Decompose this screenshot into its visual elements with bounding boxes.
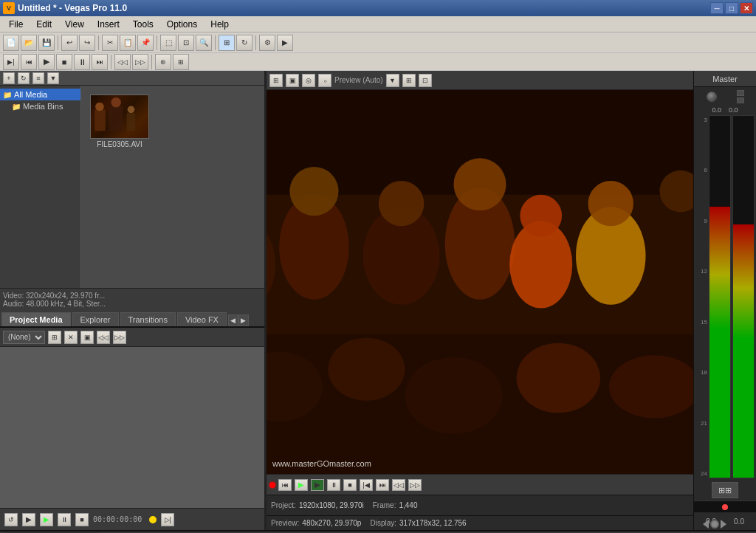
new-button[interactable]: 📄 [3, 35, 19, 51]
trim-button[interactable]: ⊡ [178, 35, 194, 51]
mixer-button[interactable]: ⊞⊞ [712, 482, 738, 498]
trim-ctrl-play[interactable]: ▶ [22, 513, 35, 526]
prev-scope[interactable]: ◎ [302, 74, 315, 87]
open-button[interactable]: 📂 [21, 35, 37, 51]
prev-dropdown[interactable]: ▼ [386, 74, 399, 87]
prev-ctrl-stop[interactable]: ■ [343, 479, 357, 491]
media-import-btn[interactable]: + [3, 72, 15, 84]
media-thumb-img-1 [90, 94, 149, 139]
tab-project-media[interactable]: Project Media [1, 312, 71, 326]
prev-tb1[interactable]: ⊞ [269, 74, 283, 87]
trim-tb2[interactable]: ✕ [64, 331, 78, 344]
tb2-stop[interactable]: ■ [56, 54, 72, 70]
prev-ctrl-play2[interactable]: ▶ [311, 479, 324, 491]
svg-point-19 [588, 181, 633, 226]
menu-file[interactable]: File [3, 18, 29, 31]
menu-view[interactable]: View [59, 18, 90, 31]
folder-icon-2: 📁 [12, 103, 21, 111]
render-button[interactable]: ▶ [277, 35, 293, 51]
toolbar-sep-4 [215, 35, 216, 50]
prev-ctrl-play[interactable]: ▶ [295, 479, 308, 491]
tab-explorer[interactable]: Explorer [72, 312, 119, 326]
tab-transitions[interactable]: Transitions [120, 312, 176, 326]
redo-button[interactable]: ↪ [79, 35, 95, 51]
snap-button[interactable]: ⊞ [219, 35, 235, 51]
prev-split[interactable]: ⊡ [419, 74, 432, 87]
media-view-btn[interactable]: ≡ [32, 72, 44, 84]
tab-arrow-left[interactable]: ◀ [228, 314, 238, 326]
tb2-play[interactable]: ▶ [38, 54, 55, 70]
prev-color[interactable]: ⬦ [318, 74, 331, 87]
vu-mute[interactable] [737, 90, 744, 96]
rate-left[interactable] [703, 520, 709, 529]
tb2-btn2[interactable]: ⏮ [21, 54, 37, 70]
menu-edit[interactable]: Edit [30, 18, 58, 31]
trim-ctrl-play2[interactable]: ▶ [40, 513, 53, 526]
tb2-grid[interactable]: ⊞ [173, 54, 189, 70]
toolbar-sep-5 [255, 35, 256, 50]
vu-solo[interactable] [737, 97, 744, 103]
prev-ctrl-jog2[interactable]: ▷▷ [408, 479, 422, 491]
tb2-pause[interactable]: ⏸ [74, 54, 90, 70]
tab-arrow-right[interactable]: ▶ [238, 314, 249, 326]
trim-tb3[interactable]: ▣ [80, 331, 94, 344]
trim-dropdown[interactable]: (None) [3, 331, 45, 344]
menu-insert[interactable]: Insert [92, 18, 126, 31]
prev-ctrl-ff[interactable]: ⏭ [376, 479, 389, 491]
media-options-btn[interactable]: ▼ [47, 72, 59, 84]
main-area: + ↻ ≡ ▼ 📁 All Media 📁 Media Bins [0, 71, 756, 530]
prev-ctrl-step1[interactable]: |◀ [360, 479, 373, 491]
zoom-button[interactable]: 🔍 [196, 35, 212, 51]
prev-ctrl-jog1[interactable]: ◁◁ [392, 479, 405, 491]
media-refresh-btn[interactable]: ↻ [18, 72, 30, 84]
prev-ctrl-pause[interactable]: ⏸ [327, 479, 340, 491]
save-button[interactable]: 💾 [38, 35, 55, 51]
prev-ctrl-rew[interactable]: ⏮ [278, 479, 292, 491]
minimize-button[interactable]: ─ [710, 2, 724, 14]
frame-val: 1,440 [399, 501, 417, 509]
toolbar-sep-6 [111, 55, 111, 69]
rate-knob[interactable] [710, 520, 719, 529]
tb2-next[interactable]: ⏭ [92, 54, 108, 70]
select-button[interactable]: ⬚ [160, 35, 176, 51]
vu-knob[interactable] [707, 92, 717, 102]
loop-button[interactable]: ↻ [236, 35, 252, 51]
trim-tb5[interactable]: ▷▷ [113, 331, 126, 344]
trim-ctrl-pause[interactable]: ⏸ [58, 513, 71, 526]
trim-toolbar: (None) ⊞ ✕ ▣ ◁◁ ▷▷ [0, 328, 264, 347]
close-button[interactable]: ✕ [740, 2, 753, 14]
trim-ctrl-stop[interactable]: ■ [75, 513, 89, 526]
undo-button[interactable]: ↩ [61, 35, 78, 51]
prev-grid[interactable]: ⊞ [402, 74, 416, 87]
menu-help[interactable]: Help [205, 18, 235, 31]
menu-tools[interactable]: Tools [127, 18, 159, 31]
trim-tb1[interactable]: ⊞ [48, 331, 61, 344]
rate-controls [703, 520, 726, 529]
trim-ctrl1[interactable]: ↺ [4, 513, 18, 526]
vu-clip-led [722, 504, 728, 510]
vu-bar-right [732, 115, 755, 478]
prev-tb2[interactable]: ▣ [286, 74, 299, 87]
tb2-markers[interactable]: ⊛ [155, 54, 171, 70]
vu-fill-left [709, 207, 730, 478]
cut-button[interactable]: ✂ [102, 35, 118, 51]
tb2-jog2[interactable]: ▷▷ [132, 54, 148, 70]
properties-button[interactable]: ⚙ [259, 35, 275, 51]
copy-button[interactable]: 📋 [120, 35, 136, 51]
media-item-1[interactable]: FILE0305.AVI [90, 94, 149, 148]
vu-val-right: 0.0 [734, 517, 744, 526]
maximize-button[interactable]: □ [725, 2, 738, 14]
tree-all-media[interactable]: 📁 All Media [0, 89, 80, 100]
rate-right[interactable] [721, 520, 726, 529]
toolbar-2: ▶| ⏮ ▶ ■ ⏸ ⏭ ◁◁ ▷▷ ⊛ ⊞ [0, 53, 756, 71]
tb2-btn1[interactable]: ▶| [3, 54, 19, 70]
paste-button[interactable]: 📌 [137, 35, 154, 51]
menu-options[interactable]: Options [161, 18, 203, 31]
trim-timecode: 00:00:00:00 [93, 515, 142, 523]
tree-media-bins[interactable]: 📁 Media Bins [0, 100, 80, 112]
trim-ctrl-end[interactable]: ▷| [161, 513, 174, 526]
trim-tb4[interactable]: ◁◁ [97, 331, 110, 344]
tb2-jog[interactable]: ◁◁ [114, 54, 131, 70]
vu-controls [694, 87, 756, 106]
tab-video-fx[interactable]: Video FX [177, 312, 227, 326]
